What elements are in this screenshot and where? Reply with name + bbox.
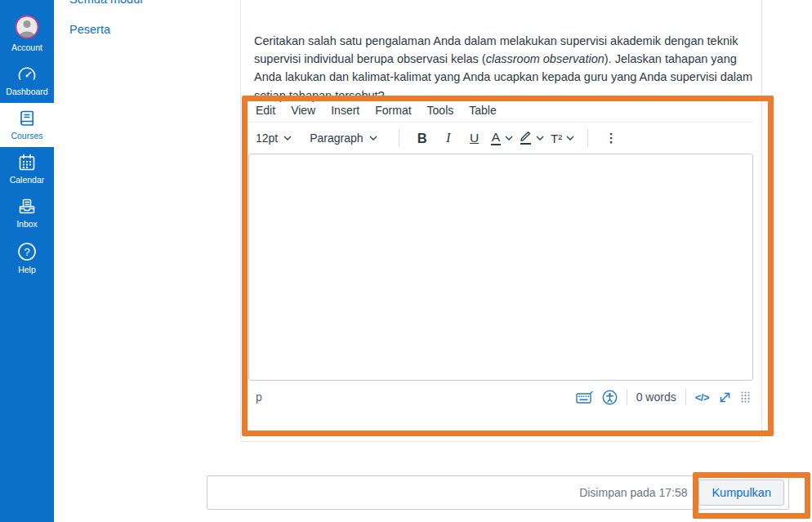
block-format-select[interactable]: Paragraph <box>310 132 377 145</box>
expand-arrow-icon <box>718 390 732 404</box>
nav-item-courses[interactable]: Courses <box>0 103 54 147</box>
chevron-down-icon <box>566 136 574 141</box>
nav-label-dashboard: Dashboard <box>6 87 47 96</box>
svg-text:?: ? <box>24 246 29 258</box>
question-italic: classroom observation <box>486 52 605 65</box>
superscript-button[interactable]: T² <box>551 132 574 145</box>
avatar-icon <box>14 14 40 40</box>
courses-icon <box>17 109 37 128</box>
sidebar-link-peserta[interactable]: Peserta <box>69 23 110 36</box>
nav-item-inbox[interactable]: Inbox <box>0 191 54 235</box>
menu-edit[interactable]: Edit <box>256 104 275 117</box>
accessibility-checker-button[interactable] <box>602 390 618 405</box>
submit-button[interactable]: Kumpulkan <box>698 480 784 506</box>
statusbar-divider <box>627 389 627 405</box>
help-icon: ? <box>16 241 38 262</box>
nav-label-help: Help <box>18 265 36 274</box>
chevron-down-icon <box>369 136 377 141</box>
bold-button[interactable]: B <box>412 127 433 149</box>
highlight-color-button[interactable] <box>520 132 544 145</box>
editor-menubar: Edit View Insert Format Tools Table <box>248 99 753 123</box>
keyboard-shortcuts-button[interactable] <box>576 390 593 404</box>
keyboard-icon <box>576 390 593 404</box>
superscript-icon: T² <box>551 132 562 145</box>
text-color-button[interactable]: A <box>491 131 513 145</box>
html-editor-button[interactable]: </> <box>695 391 709 404</box>
nav-item-dashboard[interactable]: Dashboard <box>0 59 54 103</box>
assignment-card: Ceritakan salah satu pengalaman Anda dal… <box>240 0 762 442</box>
editor-statusbar: p <box>248 381 753 413</box>
block-format-value: Paragraph <box>310 132 363 145</box>
menu-table[interactable]: Table <box>469 104 496 117</box>
editor-toolbar: 12pt Paragraph B I U A <box>248 123 753 154</box>
accessibility-icon <box>602 390 618 405</box>
menu-view[interactable]: View <box>291 104 315 117</box>
underline-button[interactable]: U <box>464 127 485 149</box>
more-options-icon: ⋮ <box>605 131 618 145</box>
chevron-down-icon <box>283 136 292 141</box>
nav-item-calendar[interactable]: Calendar <box>0 147 54 191</box>
calendar-icon <box>17 153 37 172</box>
underline-icon: U <box>470 131 479 145</box>
statusbar-divider <box>685 389 686 405</box>
menu-format[interactable]: Format <box>375 104 411 117</box>
bold-icon: B <box>417 131 427 146</box>
nav-label-account: Account <box>11 43 42 52</box>
font-size-value: 12pt <box>256 132 278 145</box>
menu-tools[interactable]: Tools <box>427 104 454 117</box>
element-path[interactable]: p <box>256 390 262 404</box>
submission-footer-bar: Disimpan pada 17:58 Kumpulkan <box>207 475 789 510</box>
italic-icon: I <box>446 130 451 146</box>
font-size-select[interactable]: 12pt <box>256 132 292 145</box>
dashboard-icon <box>16 65 38 84</box>
more-toolbar-button[interactable]: ⋮ <box>600 127 622 149</box>
sidebar-link-semua-modul[interactable]: Semua modul <box>69 0 142 6</box>
saved-status-text: Disimpan pada 17:58 <box>579 486 687 499</box>
editor-content-area[interactable] <box>248 154 753 381</box>
toolbar-divider <box>587 129 588 147</box>
nav-item-help[interactable]: ? Help <box>0 235 54 281</box>
fullscreen-button[interactable] <box>718 390 732 404</box>
highlighter-icon <box>520 132 532 145</box>
nav-label-calendar: Calendar <box>10 176 45 185</box>
nav-label-courses: Courses <box>11 132 42 141</box>
question-text: Ceritakan salah satu pengalaman Anda dal… <box>254 32 756 105</box>
drag-dots-icon <box>741 391 750 403</box>
menu-insert[interactable]: Insert <box>331 104 359 117</box>
rich-text-editor: Edit View Insert Format Tools Table 12pt… <box>248 99 753 413</box>
chevron-down-icon <box>536 136 544 141</box>
global-navigation: Account Dashboard Courses <box>0 0 54 522</box>
nav-item-account[interactable]: Account <box>0 8 54 59</box>
italic-button[interactable]: I <box>438 127 459 149</box>
resize-handle[interactable] <box>741 391 750 403</box>
nav-label-inbox: Inbox <box>16 220 38 229</box>
chevron-down-icon <box>505 136 513 141</box>
text-color-icon: A <box>491 131 501 145</box>
toolbar-divider <box>399 129 399 147</box>
word-count[interactable]: 0 words <box>636 390 676 404</box>
inbox-icon <box>16 197 38 216</box>
